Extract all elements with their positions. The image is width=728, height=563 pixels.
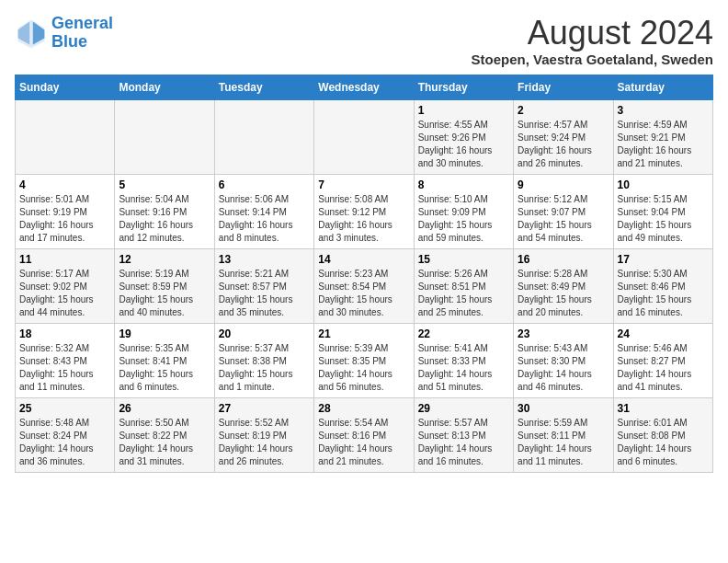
calendar-cell (115, 99, 214, 174)
day-info: Sunrise: 5:39 AM Sunset: 8:35 PM Dayligh… (318, 342, 409, 394)
day-number: 27 (219, 402, 310, 415)
calendar-cell: 26Sunrise: 5:50 AM Sunset: 8:22 PM Dayli… (115, 397, 214, 472)
day-number: 13 (219, 253, 310, 266)
day-number: 24 (618, 327, 709, 340)
header-thursday: Thursday (414, 75, 513, 99)
day-info: Sunrise: 5:46 AM Sunset: 8:27 PM Dayligh… (618, 342, 709, 394)
day-info: Sunrise: 6:01 AM Sunset: 8:08 PM Dayligh… (618, 417, 709, 468)
logo-text: General Blue (51, 15, 113, 52)
week-row-2: 11Sunrise: 5:17 AM Sunset: 9:02 PM Dayli… (16, 248, 713, 323)
day-number: 22 (418, 327, 509, 340)
day-info: Sunrise: 5:57 AM Sunset: 8:13 PM Dayligh… (418, 417, 509, 468)
header-tuesday: Tuesday (214, 75, 313, 99)
calendar-cell: 6Sunrise: 5:06 AM Sunset: 9:14 PM Daylig… (214, 174, 313, 248)
calendar-cell: 4Sunrise: 5:01 AM Sunset: 9:19 PM Daylig… (16, 174, 115, 248)
day-info: Sunrise: 5:08 AM Sunset: 9:12 PM Dayligh… (318, 193, 409, 245)
calendar-cell: 17Sunrise: 5:30 AM Sunset: 8:46 PM Dayli… (613, 248, 712, 323)
calendar-cell: 23Sunrise: 5:43 AM Sunset: 8:30 PM Dayli… (514, 323, 613, 397)
day-number: 29 (418, 402, 509, 415)
day-number: 9 (518, 178, 609, 191)
week-row-0: 1Sunrise: 4:55 AM Sunset: 9:26 PM Daylig… (16, 99, 713, 174)
day-number: 8 (418, 178, 509, 191)
day-info: Sunrise: 4:55 AM Sunset: 9:26 PM Dayligh… (418, 119, 509, 170)
subtitle: Stoepen, Vaestra Goetaland, Sweden (472, 52, 713, 67)
calendar-cell: 2Sunrise: 4:57 AM Sunset: 9:24 PM Daylig… (514, 99, 613, 174)
day-info: Sunrise: 5:10 AM Sunset: 9:09 PM Dayligh… (418, 193, 509, 245)
day-number: 18 (19, 327, 110, 340)
day-info: Sunrise: 5:04 AM Sunset: 9:16 PM Dayligh… (119, 193, 210, 245)
calendar-cell: 31Sunrise: 6:01 AM Sunset: 8:08 PM Dayli… (613, 397, 712, 472)
day-number: 20 (219, 327, 310, 340)
calendar-cell: 20Sunrise: 5:37 AM Sunset: 8:38 PM Dayli… (214, 323, 313, 397)
calendar-cell: 16Sunrise: 5:28 AM Sunset: 8:49 PM Dayli… (514, 248, 613, 323)
day-info: Sunrise: 5:52 AM Sunset: 8:19 PM Dayligh… (219, 417, 310, 468)
calendar-cell: 19Sunrise: 5:35 AM Sunset: 8:41 PM Dayli… (115, 323, 214, 397)
header-saturday: Saturday (613, 75, 712, 99)
calendar-cell: 29Sunrise: 5:57 AM Sunset: 8:13 PM Dayli… (414, 397, 513, 472)
day-number: 14 (318, 253, 409, 266)
header-monday: Monday (115, 75, 214, 99)
day-info: Sunrise: 5:35 AM Sunset: 8:41 PM Dayligh… (119, 342, 210, 394)
calendar-cell: 7Sunrise: 5:08 AM Sunset: 9:12 PM Daylig… (314, 174, 414, 248)
day-number: 25 (19, 402, 110, 415)
calendar-cell: 22Sunrise: 5:41 AM Sunset: 8:33 PM Dayli… (414, 323, 513, 397)
day-info: Sunrise: 5:17 AM Sunset: 9:02 PM Dayligh… (19, 268, 110, 319)
day-number: 5 (119, 178, 210, 191)
calendar-cell: 30Sunrise: 5:59 AM Sunset: 8:11 PM Dayli… (514, 397, 613, 472)
calendar-cell: 8Sunrise: 5:10 AM Sunset: 9:09 PM Daylig… (414, 174, 513, 248)
calendar-cell: 15Sunrise: 5:26 AM Sunset: 8:51 PM Dayli… (414, 248, 513, 323)
day-info: Sunrise: 5:12 AM Sunset: 9:07 PM Dayligh… (518, 193, 609, 245)
header-row: Sunday Monday Tuesday Wednesday Thursday… (16, 75, 713, 99)
logo-blue: Blue (51, 32, 87, 51)
day-number: 10 (618, 178, 709, 191)
calendar-cell: 27Sunrise: 5:52 AM Sunset: 8:19 PM Dayli… (214, 397, 313, 472)
calendar-cell (214, 99, 313, 174)
title-block: August 2024 Stoepen, Vaestra Goetaland, … (472, 15, 713, 67)
logo-icon (15, 17, 48, 50)
header-friday: Friday (514, 75, 613, 99)
header-wednesday: Wednesday (314, 75, 414, 99)
logo: General Blue (15, 15, 113, 52)
day-info: Sunrise: 5:26 AM Sunset: 8:51 PM Dayligh… (418, 268, 509, 319)
logo-general: General (51, 14, 113, 32)
header-sunday: Sunday (16, 75, 115, 99)
calendar-cell: 10Sunrise: 5:15 AM Sunset: 9:04 PM Dayli… (613, 174, 712, 248)
calendar-cell: 9Sunrise: 5:12 AM Sunset: 9:07 PM Daylig… (514, 174, 613, 248)
day-info: Sunrise: 5:28 AM Sunset: 8:49 PM Dayligh… (518, 268, 609, 319)
day-number: 4 (19, 178, 110, 191)
day-info: Sunrise: 5:59 AM Sunset: 8:11 PM Dayligh… (518, 417, 609, 468)
calendar-cell: 11Sunrise: 5:17 AM Sunset: 9:02 PM Dayli… (16, 248, 115, 323)
day-number: 1 (418, 104, 509, 117)
day-number: 23 (518, 327, 609, 340)
day-number: 19 (119, 327, 210, 340)
day-info: Sunrise: 4:57 AM Sunset: 9:24 PM Dayligh… (518, 119, 609, 170)
day-info: Sunrise: 5:37 AM Sunset: 8:38 PM Dayligh… (219, 342, 310, 394)
calendar-cell: 24Sunrise: 5:46 AM Sunset: 8:27 PM Dayli… (613, 323, 712, 397)
day-info: Sunrise: 5:54 AM Sunset: 8:16 PM Dayligh… (318, 417, 409, 468)
calendar-cell (314, 99, 414, 174)
calendar-cell: 14Sunrise: 5:23 AM Sunset: 8:54 PM Dayli… (314, 248, 414, 323)
calendar-cell: 5Sunrise: 5:04 AM Sunset: 9:16 PM Daylig… (115, 174, 214, 248)
calendar-cell: 1Sunrise: 4:55 AM Sunset: 9:26 PM Daylig… (414, 99, 513, 174)
week-row-1: 4Sunrise: 5:01 AM Sunset: 9:19 PM Daylig… (16, 174, 713, 248)
day-number: 7 (318, 178, 409, 191)
day-info: Sunrise: 5:48 AM Sunset: 8:24 PM Dayligh… (19, 417, 110, 468)
calendar-cell (16, 99, 115, 174)
calendar-cell: 13Sunrise: 5:21 AM Sunset: 8:57 PM Dayli… (214, 248, 313, 323)
day-info: Sunrise: 5:06 AM Sunset: 9:14 PM Dayligh… (219, 193, 310, 245)
day-info: Sunrise: 5:43 AM Sunset: 8:30 PM Dayligh… (518, 342, 609, 394)
day-info: Sunrise: 5:01 AM Sunset: 9:19 PM Dayligh… (19, 193, 110, 245)
day-number: 30 (518, 402, 609, 415)
day-number: 16 (518, 253, 609, 266)
day-info: Sunrise: 5:19 AM Sunset: 8:59 PM Dayligh… (119, 268, 210, 319)
day-number: 2 (518, 104, 609, 117)
day-number: 11 (19, 253, 110, 266)
main-title: August 2024 (472, 15, 713, 52)
header: General Blue August 2024 Stoepen, Vaestr… (15, 15, 713, 67)
day-info: Sunrise: 5:30 AM Sunset: 8:46 PM Dayligh… (618, 268, 709, 319)
day-info: Sunrise: 5:50 AM Sunset: 8:22 PM Dayligh… (119, 417, 210, 468)
day-info: Sunrise: 5:41 AM Sunset: 8:33 PM Dayligh… (418, 342, 509, 394)
day-info: Sunrise: 4:59 AM Sunset: 9:21 PM Dayligh… (618, 119, 709, 170)
calendar-cell: 18Sunrise: 5:32 AM Sunset: 8:43 PM Dayli… (16, 323, 115, 397)
calendar-cell: 3Sunrise: 4:59 AM Sunset: 9:21 PM Daylig… (613, 99, 712, 174)
